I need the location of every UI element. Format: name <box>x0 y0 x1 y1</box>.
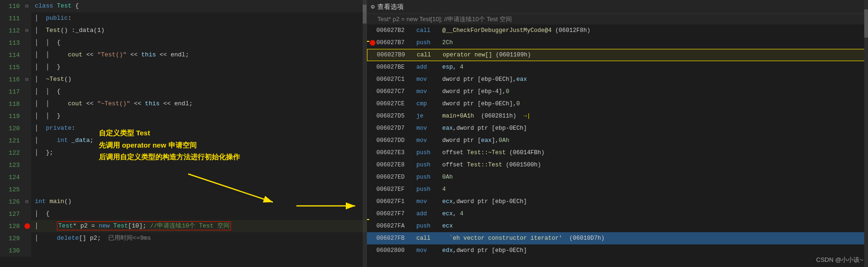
expand-icon[interactable]: ⊟ <box>25 199 28 204</box>
disasm-operands: 4 <box>442 186 866 193</box>
scrollbar[interactable] <box>864 0 868 267</box>
breakpoint-area <box>369 40 376 46</box>
line-number: 127 <box>0 208 24 220</box>
line-gutter: ⊟ <box>24 196 31 208</box>
line-content: int main() <box>31 196 366 208</box>
disasm-mnemonic: call <box>416 27 442 34</box>
disasm-address: 006027F1 <box>376 198 416 205</box>
line-number: 115 <box>0 61 24 73</box>
line-content: │ ~Test() <box>31 73 366 86</box>
line-number: 113 <box>0 37 24 49</box>
watermark: CSDN @小小该~ <box>816 256 863 264</box>
line-content: │ Test() :_data(1) <box>31 24 366 37</box>
line-gutter <box>24 37 31 49</box>
disasm-address: 006027BE <box>376 64 416 71</box>
expand-icon[interactable]: ⊟ <box>25 77 28 82</box>
table-row: 118 │ │ cout << "~Test()" << this << end… <box>0 98 366 110</box>
line-content: │ Test* p2 = new Test[10]; //申请连续10个 Tes… <box>31 220 366 232</box>
line-number: 121 <box>0 134 24 147</box>
line-number: 114 <box>0 49 24 61</box>
disasm-address: 006027C7 <box>376 88 416 95</box>
line-gutter <box>24 12 31 24</box>
disasm-mnemonic: push <box>416 39 442 46</box>
disasm-mnemonic: call <box>416 235 442 242</box>
table-row: 006027E3 push offset Test::~Test (06014F… <box>367 147 868 159</box>
line-content: │ │ cout << "Test()" << this << endl; <box>31 49 366 61</box>
line-gutter <box>24 220 31 232</box>
line-gutter <box>24 110 31 122</box>
breakpoint-indicator[interactable] <box>24 223 30 229</box>
disasm-address: 006027FA <box>376 223 416 229</box>
disasm-address: 006027DD <box>376 137 416 144</box>
breakpoint-indicator[interactable] <box>370 40 375 46</box>
line-content: │ │ { <box>31 37 366 49</box>
table-row: 006027FB call `eh vector constructor ite… <box>367 232 868 244</box>
disasm-address: 006027B9 <box>377 52 417 58</box>
table-row: 122 │ }; <box>0 147 366 159</box>
line-gutter: ⊟ <box>24 24 31 37</box>
disasm-operands: eax,dword ptr [ebp-0ECh] <box>442 125 866 132</box>
table-row: 110 ⊟ class Test { <box>0 0 366 12</box>
code-editor: 110 ⊟ class Test { 111 │ public: 112 ⊟ │… <box>0 0 367 267</box>
disasm-mnemonic: push <box>416 223 442 229</box>
table-row: 006027DD mov dword ptr [eax],0Ah <box>367 134 868 147</box>
table-row: 112 ⊟ │ Test() :_data(1) <box>0 24 366 37</box>
disasm-operands: edx,dword ptr [ebp-0ECh] <box>442 247 866 254</box>
table-row: 006027C7 mov dword ptr [ebp-4],0 <box>367 86 868 98</box>
disasm-lines: 006027B2 call @__CheckForDebuggerJustMyC… <box>367 24 868 257</box>
disasm-operands: ecx,dword ptr [ebp-0ECh] <box>442 198 866 205</box>
line-gutter <box>24 122 31 134</box>
disasm-operands: dword ptr [eax],0Ah <box>442 137 866 144</box>
table-row: 120 │ private: <box>0 122 366 134</box>
disassembly-panel: ⊙ 查看选项 Test* p2 = new Test[10]; //申请连续10… <box>367 0 868 267</box>
disasm-address: 006027E3 <box>376 149 416 156</box>
line-gutter <box>24 147 31 159</box>
line-gutter <box>24 134 31 147</box>
disasm-mnemonic: je <box>416 113 442 119</box>
line-number: 111 <box>0 12 24 24</box>
disasm-mnemonic: cmp <box>416 101 442 107</box>
expand-icon[interactable]: ⊟ <box>25 28 28 33</box>
table-row: 119 │ │ } <box>0 110 366 122</box>
line-content: │ public: <box>31 12 366 24</box>
disasm-address: 006027E8 <box>376 162 416 168</box>
line-number: 117 <box>0 86 24 98</box>
table-row: 124 <box>0 171 366 183</box>
line-number: 122 <box>0 147 24 159</box>
disasm-mnemonic: mov <box>416 198 442 205</box>
disasm-operands: ecx, 4 <box>442 211 866 217</box>
disasm-mnemonic: mov <box>416 125 442 132</box>
table-row: 129 │ delete[] p2; 已用时间<=9ms <box>0 232 366 244</box>
line-content: │ │ cout << "~Test()" << this << endl; <box>31 98 366 110</box>
line-gutter <box>24 171 31 183</box>
line-number: 112 <box>0 24 24 37</box>
table-row: 125 <box>0 183 366 196</box>
disasm-operands: esp, 4 <box>442 64 866 71</box>
table-row: 06002800 mov edx,dword ptr [ebp-0ECh] <box>367 244 868 257</box>
table-row: 113 │ │ { <box>0 37 366 49</box>
expand-icon[interactable]: ⊟ <box>25 3 28 9</box>
line-gutter <box>24 61 31 73</box>
line-content: │ int _data; <box>31 134 366 147</box>
line-gutter <box>24 98 31 110</box>
disasm-mnemonic: add <box>416 211 442 217</box>
disasm-comment: Test* p2 = new Test[10]; //申请连续10个 Test … <box>367 14 868 24</box>
line-content: │ delete[] p2; 已用时间<=9ms <box>31 232 366 244</box>
line-content: │ { <box>31 208 366 220</box>
disasm-mnemonic: push <box>416 186 442 193</box>
disasm-operands: 0Ah <box>442 174 866 181</box>
scrollbar-thumb[interactable] <box>864 9 868 38</box>
disasm-address: 006027F7 <box>376 211 416 217</box>
line-gutter <box>24 183 31 196</box>
disasm-mnemonic: mov <box>416 76 442 83</box>
table-row: 006027CE cmp dword ptr [ebp-0ECh],0 <box>367 98 868 110</box>
disasm-address: 006027D5 <box>376 113 416 119</box>
table-row: 114 │ │ cout << "Test()" << this << endl… <box>0 49 366 61</box>
disasm-mnemonic: mov <box>416 247 442 254</box>
table-row: 006027ED push 0Ah <box>367 171 868 183</box>
table-row: 006027BE add esp, 4 <box>367 61 868 73</box>
disasm-mnemonic: add <box>416 64 442 71</box>
table-row: 126 ⊟ int main() <box>0 196 366 208</box>
line-number: 129 <box>0 232 24 244</box>
disasm-operands: operator new[] (0601109h) <box>443 52 866 58</box>
